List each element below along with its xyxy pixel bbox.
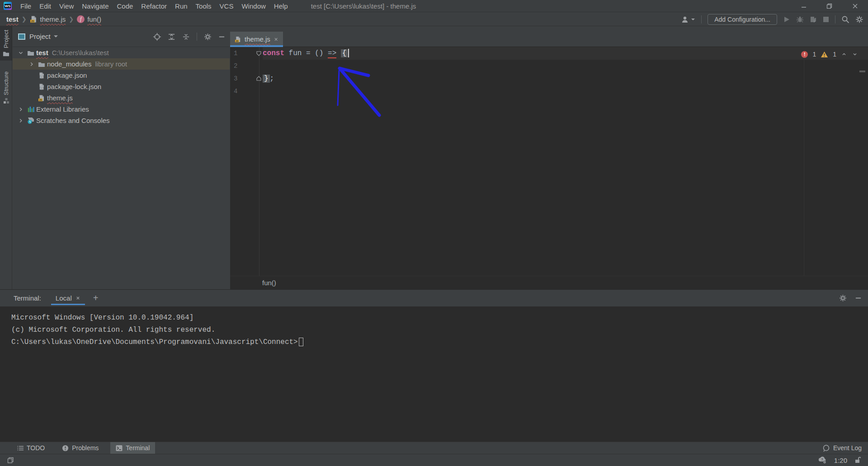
stripe-button-project[interactable]: Project xyxy=(0,26,12,61)
breadcrumb-function[interactable]: fun() xyxy=(262,279,276,287)
user-account-button[interactable] xyxy=(681,16,695,23)
tree-label: Scratches and Consoles xyxy=(36,117,110,124)
code-text: fun = () xyxy=(284,49,328,57)
toolbar-separator xyxy=(701,15,702,24)
menu-file[interactable]: File xyxy=(16,2,35,10)
run-with-coverage-icon[interactable] xyxy=(810,16,817,23)
toolwindow-label: Terminal xyxy=(126,444,150,452)
caret-position[interactable]: 1:20 xyxy=(834,457,847,464)
tree-row-external-libraries[interactable]: External Libraries xyxy=(13,104,230,115)
line-number: 4 xyxy=(230,85,259,98)
add-configuration-button[interactable]: Add Configuration... xyxy=(708,14,777,25)
terminal-output[interactable]: Microsoft Windows [Version 10.0.19042.96… xyxy=(0,306,868,442)
breadcrumb-symbol[interactable]: fun() xyxy=(87,15,101,23)
tree-row-package-json[interactable]: {:} package.json xyxy=(13,70,230,81)
next-problem-icon[interactable] xyxy=(852,52,858,57)
active-terminal-tab-indicator xyxy=(51,304,85,305)
fold-region-end-icon[interactable] xyxy=(256,76,261,81)
scrollbar-mark xyxy=(859,71,865,72)
inspections-widget[interactable]: ! 1 1 xyxy=(801,51,858,58)
menu-window[interactable]: Window xyxy=(237,2,269,10)
chevron-down-icon[interactable] xyxy=(18,50,24,56)
breadcrumb-separator: ❯ xyxy=(22,16,27,23)
menu-tools[interactable]: Tools xyxy=(192,2,216,10)
locate-file-icon[interactable] xyxy=(153,33,161,41)
terminal-prompt-line: C:\Users\lukas\OneDrive\Documents\Progra… xyxy=(11,336,868,348)
code-content[interactable]: const fun = () => { }; xyxy=(263,47,868,98)
new-terminal-session-button[interactable]: + xyxy=(93,293,99,303)
menu-edit[interactable]: Edit xyxy=(35,2,55,10)
unlock-icon[interactable] xyxy=(854,457,861,464)
menu-vcs[interactable]: VCS xyxy=(216,2,238,10)
code-line-3[interactable]: }; xyxy=(263,72,868,85)
breadcrumb-file[interactable]: theme.js xyxy=(40,15,66,23)
close-icon xyxy=(852,3,858,9)
tree-detail: library root xyxy=(95,60,127,68)
terminal-line: Microsoft Windows [Version 10.0.19042.96… xyxy=(11,312,868,324)
terminal-prompt: C:\Users\lukas\OneDrive\Documents\Progra… xyxy=(11,338,298,346)
problems-icon xyxy=(62,445,69,452)
restore-button[interactable] xyxy=(816,0,842,12)
event-log-button[interactable]: Event Log xyxy=(822,444,862,452)
chevron-right-icon[interactable] xyxy=(18,118,24,124)
restore-icon xyxy=(826,3,832,9)
toolwindow-button-terminal[interactable]: Terminal xyxy=(110,442,155,454)
svg-text:JS: JS xyxy=(236,39,239,42)
tree-row-scratches[interactable]: Scratches and Consoles xyxy=(13,115,230,126)
close-terminal-tab-icon[interactable] xyxy=(75,296,80,301)
toolwindow-toggle-button[interactable] xyxy=(7,457,14,464)
code-line-2[interactable] xyxy=(263,60,868,72)
project-panel-title[interactable]: Project xyxy=(29,33,51,40)
project-view-icon xyxy=(18,33,25,40)
settings-gear-icon[interactable] xyxy=(855,15,863,24)
toolwindow-label: Problems xyxy=(72,444,99,452)
breadcrumb-project[interactable]: test xyxy=(6,15,19,23)
toolwindow-label: TODO xyxy=(27,444,45,452)
menu-view[interactable]: View xyxy=(55,2,78,10)
close-button[interactable] xyxy=(842,0,868,12)
chevron-right-icon[interactable] xyxy=(28,61,35,67)
stripe-button-structure[interactable]: Structure xyxy=(0,68,12,108)
tab-theme-js[interactable]: JS theme.js xyxy=(230,32,283,47)
toolwindow-button-problems[interactable]: Problems xyxy=(57,442,104,454)
search-everywhere-icon[interactable] xyxy=(841,15,849,24)
hide-panel-icon[interactable] xyxy=(218,33,225,40)
minimize-button[interactable] xyxy=(791,0,816,12)
text-caret xyxy=(348,49,349,57)
menu-run[interactable]: Run xyxy=(171,2,192,10)
tree-row-test[interactable]: test C:\Users\lukas\test xyxy=(13,47,230,58)
code-line-4[interactable] xyxy=(263,85,868,98)
tree-row-package-lock-json[interactable]: {:} package-lock.json xyxy=(13,81,230,92)
toolwindow-button-todo[interactable]: TODO xyxy=(12,442,50,454)
ide-updates-icon[interactable]: ? xyxy=(818,457,827,464)
menu-help[interactable]: Help xyxy=(270,2,292,10)
toolbar-separator xyxy=(835,15,835,24)
chevron-down-icon[interactable] xyxy=(53,34,58,38)
menu-code[interactable]: Code xyxy=(113,2,137,10)
structure-icon xyxy=(3,98,9,104)
fold-region-start-icon[interactable] xyxy=(256,51,261,56)
panel-settings-gear-icon[interactable] xyxy=(204,33,212,41)
debug-icon[interactable] xyxy=(796,16,804,23)
hide-terminal-icon[interactable] xyxy=(855,295,862,301)
terminal-tab-local[interactable]: Local xyxy=(54,290,82,306)
expand-all-icon[interactable] xyxy=(168,33,175,41)
collapse-all-icon[interactable] xyxy=(182,33,190,41)
tree-row-node-modules[interactable]: node_modules library root xyxy=(13,58,230,70)
menu-refactor[interactable]: Refactor xyxy=(137,2,171,10)
tree-label: package.json xyxy=(47,71,87,79)
tree-row-theme-js[interactable]: JS theme.js xyxy=(13,92,230,104)
previous-problem-icon[interactable] xyxy=(841,52,847,57)
terminal-settings-gear-icon[interactable] xyxy=(839,294,847,302)
stop-icon[interactable] xyxy=(823,16,829,23)
terminal-cursor xyxy=(299,338,303,346)
js-file-icon: JS xyxy=(235,36,241,43)
code-text xyxy=(336,49,341,57)
close-tab-icon[interactable] xyxy=(274,37,278,42)
code-line-1[interactable]: const fun = () => { xyxy=(263,47,868,60)
js-file-icon: JS xyxy=(30,15,38,23)
code-editor[interactable]: 1 2 3 4 const fun = () => { }; ! 1 1 xyxy=(230,47,868,276)
menu-navigate[interactable]: Navigate xyxy=(78,2,113,10)
run-icon[interactable] xyxy=(783,16,790,23)
chevron-right-icon[interactable] xyxy=(18,106,24,113)
